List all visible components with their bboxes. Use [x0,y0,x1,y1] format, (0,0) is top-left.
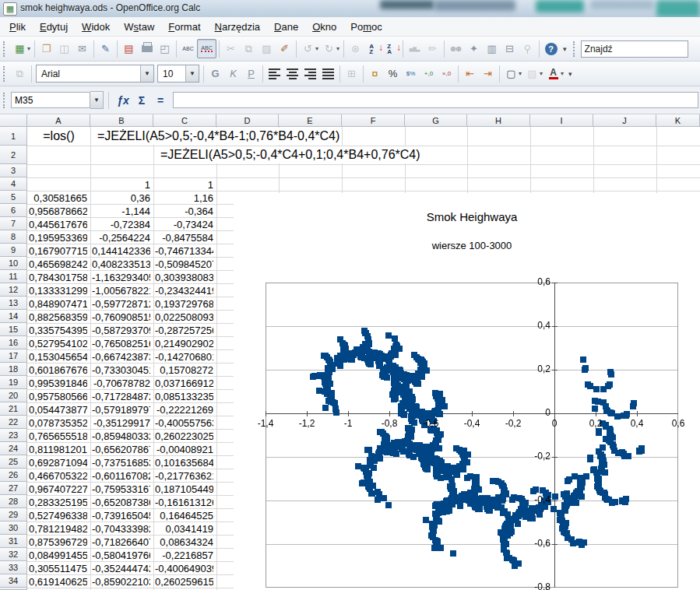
cell-C28[interactable]: -0,161613126 [155,497,213,508]
cell-A31[interactable]: 0,875396729 [29,536,87,548]
name-box-dropdown[interactable]: ▼ [90,91,104,109]
cell-A11[interactable]: 0,784301758 [29,272,87,283]
standard-format-icon[interactable]: $% [402,65,420,83]
cell-B11[interactable]: -1,163293405 [92,272,150,283]
chart-object[interactable]: Smok Heighwaya wiersze 100-3000 -1,4-1,2… [234,193,700,590]
cell-A20[interactable]: 0,957580566 [29,391,87,402]
pdf-export-icon[interactable]: ▤ [120,40,138,58]
help-icon[interactable]: ? [542,40,560,58]
column-header-A[interactable]: A [27,114,90,127]
cell-C34[interactable]: 0,260259615 [155,576,213,588]
row-header-4[interactable]: 4 [0,177,27,191]
name-box-input[interactable] [11,92,90,108]
italic-button[interactable]: K [224,65,242,83]
toolbar-grip[interactable] [3,66,7,82]
cell-B16[interactable]: -0,765082516 [92,338,150,349]
align-justify-button[interactable] [319,65,337,83]
sum-icon[interactable]: Σ [132,92,151,109]
page-preview-icon[interactable]: ◰ [156,40,174,58]
underline-button[interactable]: P [242,65,260,83]
insert-chart-icon[interactable]: ▅▇▃ [406,40,424,58]
sort-ascending-icon[interactable]: AZ↓ [364,40,382,58]
cell-B4[interactable]: 1 [92,179,150,191]
cell-A5[interactable]: 0,30581665 [29,192,87,204]
cell-C26[interactable]: -0,217763621 [155,470,213,482]
column-header-B[interactable]: B [90,114,153,127]
cell-B30[interactable]: -0,704333982 [92,523,150,535]
cell-C21[interactable]: -0,22221269 [155,404,213,416]
cell-C7[interactable]: -0,73424 [155,219,213,230]
row-header-21[interactable]: 21 [0,402,27,416]
edit-file-icon[interactable]: ✎ [97,40,114,58]
menu-item-pomoc[interactable]: Pomoc [343,19,389,35]
row-header-34[interactable]: 34 [0,574,27,588]
menu-item-dane[interactable]: Dane [267,19,305,35]
cell-A14[interactable]: 0,882568359 [29,311,87,323]
cell-A15[interactable]: 0,335754395 [29,325,87,336]
toolbar-overflow-button[interactable]: ▾ [568,70,572,78]
cell-C8[interactable]: -0,8475584 [155,232,213,244]
cell-B9[interactable]: 0,144142336 [92,245,150,257]
cell-A33[interactable]: 0,305511475 [29,563,87,574]
sort-descending-icon[interactable]: ZA↓ [382,40,400,58]
align-left-button[interactable] [266,65,283,83]
draw-functions-icon[interactable]: ✏ [424,40,441,58]
row-header-25[interactable]: 25 [0,455,27,469]
row-header-13[interactable]: 13 [0,297,27,310]
menu-item-plik[interactable]: Plik [2,19,33,35]
column-header-C[interactable]: C [153,114,216,127]
cell-A9[interactable]: 0,167907715 [29,245,87,257]
toolbar-overflow-button[interactable]: ▾ [563,45,567,53]
cell-C17[interactable]: -0,142706801 [155,351,213,363]
equals-icon[interactable]: = [151,92,170,109]
format-paintbrush-icon[interactable]: ✐ [276,40,294,58]
cell-C4[interactable]: 1 [155,179,213,191]
find-replace-icon[interactable]: ◎◎ [447,40,465,58]
hyperlink-icon[interactable]: ⊛ [346,40,364,58]
cell-B6[interactable]: -1,144 [92,205,150,217]
cell-A12[interactable]: 0,133331299 [29,285,87,297]
cell-A23[interactable]: 0,765655518 [29,430,87,442]
percent-format-icon[interactable]: % [384,65,402,83]
copy-icon[interactable]: ⧉ [240,40,258,58]
row-header-24[interactable]: 24 [0,442,27,455]
redo-icon[interactable]: ↻ [320,40,338,58]
new-document-icon[interactable]: ▦ [11,40,29,58]
row-header-18[interactable]: 18 [0,363,27,376]
select-all-corner[interactable] [0,114,27,127]
cell-A13[interactable]: 0,848907471 [29,298,87,310]
cell-C32[interactable]: -0,2216857 [155,550,213,561]
row-header-7[interactable]: 7 [0,217,27,230]
cell-A34[interactable]: 0,619140625 [29,576,87,588]
cell-C10[interactable]: -0,509845207 [155,258,213,270]
spellcheck-icon[interactable]: ABC [179,40,197,58]
increase-indent-icon[interactable]: ⇥ [479,65,497,83]
cell-B17[interactable]: -0,667423873 [92,351,150,363]
cell-B8[interactable]: -0,2564224 [92,232,150,244]
autospellcheck-icon[interactable]: ABC [197,39,216,58]
cell-C16[interactable]: 0,214902902 [155,338,213,349]
toolbar-grip[interactable] [3,41,7,57]
zoom-icon[interactable]: ⚲ [519,40,536,58]
cell-C27[interactable]: 0,187105449 [155,483,213,495]
row-header-8[interactable]: 8 [0,230,27,244]
font-color-icon[interactable]: A [544,65,562,83]
cell-C25[interactable]: 0,101635684 [155,457,213,469]
row-header-20[interactable]: 20 [0,389,27,402]
cell-B33[interactable]: -0,352444742 [92,563,150,574]
cell-B12[interactable]: -1,005678221 [92,285,150,297]
cell-B26[interactable]: -0,601167082 [92,470,150,482]
row-header-1[interactable]: 1 [0,127,27,146]
column-header-F[interactable]: F [342,114,405,127]
styles-icon[interactable]: ⧉ [11,65,29,83]
formula-input[interactable] [173,92,698,108]
cell-C13[interactable]: 0,193729768 [155,298,213,310]
cell-A24[interactable]: 0,811981201 [29,444,87,455]
cell-B10[interactable]: 0,408233513 [92,258,150,270]
cell-B23[interactable]: -0,859480332 [92,430,150,442]
cell-C14[interactable]: 0,022508093 [155,311,213,323]
undo-icon[interactable]: ↺ [299,40,317,58]
cell-A16[interactable]: 0,527954102 [29,338,87,349]
gallery-icon[interactable]: ▥ [483,40,501,58]
row-header-33[interactable]: 33 [0,561,27,574]
